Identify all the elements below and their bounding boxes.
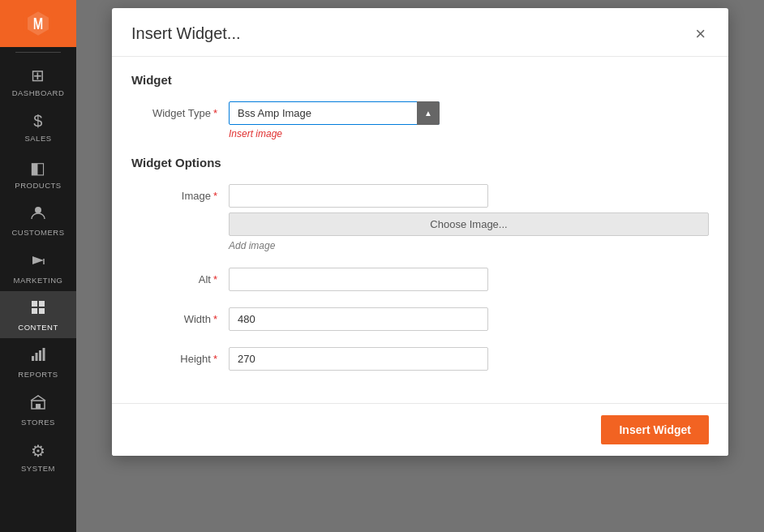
- svg-rect-4: [39, 301, 45, 307]
- widget-options-heading: Widget Options: [131, 156, 709, 169]
- widget-type-select[interactable]: Bss Amp Image: [229, 101, 440, 125]
- sidebar-item-dashboard[interactable]: ⊞ DASHBOARD: [0, 58, 76, 104]
- alt-input[interactable]: [229, 268, 488, 291]
- svg-rect-3: [32, 301, 37, 307]
- sidebar-item-reports[interactable]: REPORTS: [0, 338, 76, 385]
- widget-type-label: Widget Type*: [131, 101, 229, 119]
- sidebar-item-sales[interactable]: $ SALES: [0, 104, 76, 149]
- sidebar-item-label-marketing: MARKETING: [14, 276, 63, 285]
- svg-rect-9: [39, 350, 41, 361]
- widget-type-hint: Insert image: [229, 128, 709, 139]
- width-label: Width*: [131, 307, 229, 325]
- dashboard-icon: ⊞: [31, 66, 45, 85]
- widget-options-section: Widget Options Image* Choose Image... Ad…: [131, 156, 709, 371]
- height-field: [229, 347, 709, 371]
- sidebar-item-customers[interactable]: CUSTOMERS: [0, 196, 76, 243]
- image-field: Choose Image... Add image: [229, 184, 709, 251]
- sidebar-item-system[interactable]: ⚙ SYSTEM: [0, 433, 76, 479]
- sidebar-item-label-system: SYSTEM: [21, 464, 55, 473]
- svg-rect-6: [39, 308, 45, 314]
- insert-widget-button[interactable]: Insert Widget: [601, 415, 709, 444]
- modal-header: Insert Widget... ×: [112, 8, 728, 57]
- alt-required: *: [213, 273, 217, 285]
- widget-type-field: Bss Amp Image Insert image: [229, 101, 709, 139]
- modal-title: Insert Widget...: [131, 24, 241, 43]
- widget-type-required: *: [213, 107, 217, 119]
- sidebar-item-label-stores: STORES: [21, 418, 55, 427]
- svg-rect-7: [32, 356, 34, 361]
- alt-row: Alt*: [131, 268, 709, 291]
- width-field: [229, 307, 709, 331]
- width-input[interactable]: [229, 307, 488, 331]
- add-image-hint: Add image: [229, 240, 709, 251]
- modal-overlay: Insert Widget... × Widget Widget Type*: [76, 0, 764, 532]
- svg-rect-5: [32, 308, 37, 314]
- widget-section-heading: Widget: [131, 73, 709, 87]
- alt-field: [229, 268, 709, 291]
- widget-type-dropdown-arrow[interactable]: [417, 101, 440, 125]
- height-label: Height*: [131, 347, 229, 365]
- sidebar-logo: [0, 0, 76, 47]
- sidebar: ⊞ DASHBOARD $ SALES ◧ PRODUCTS CUSTOMERS…: [0, 0, 76, 532]
- marketing-icon: [30, 252, 46, 272]
- content-icon: [30, 299, 46, 320]
- sidebar-item-marketing[interactable]: MARKETING: [0, 244, 76, 291]
- svg-rect-8: [36, 353, 38, 361]
- products-icon: ◧: [30, 158, 46, 178]
- modal-close-button[interactable]: ×: [692, 25, 709, 43]
- insert-widget-modal: Insert Widget... × Widget Widget Type*: [112, 8, 728, 456]
- sidebar-item-content[interactable]: CONTENT: [0, 291, 76, 338]
- image-input[interactable]: [229, 184, 488, 208]
- width-required: *: [213, 313, 217, 325]
- image-row: Image* Choose Image... Add image: [131, 184, 709, 251]
- widget-type-row: Widget Type* Bss Amp Image Insert image: [131, 101, 709, 139]
- svg-rect-10: [43, 348, 45, 361]
- system-icon: ⚙: [31, 441, 46, 461]
- sidebar-item-label-dashboard: DASHBOARD: [12, 88, 65, 97]
- sidebar-item-label-sales: SALES: [24, 134, 51, 143]
- modal-body: Widget Widget Type* Bss Amp Image: [112, 57, 728, 403]
- height-required: *: [213, 353, 217, 365]
- sidebar-item-label-products: PRODUCTS: [15, 181, 61, 190]
- height-input[interactable]: [229, 347, 488, 371]
- reports-icon: [30, 346, 46, 367]
- main-area: Insert Widget... × Widget Widget Type*: [76, 0, 764, 532]
- widget-type-select-wrapper: Bss Amp Image: [229, 101, 440, 125]
- width-row: Width*: [131, 307, 709, 331]
- magento-logo-icon: [23, 8, 54, 39]
- sidebar-item-label-reports: REPORTS: [18, 370, 58, 379]
- image-label: Image*: [131, 184, 229, 202]
- svg-marker-1: [32, 256, 44, 264]
- sidebar-item-stores[interactable]: STORES: [0, 386, 76, 433]
- widget-section: Widget Widget Type* Bss Amp Image: [131, 73, 709, 139]
- image-required: *: [213, 190, 217, 202]
- svg-point-0: [35, 207, 41, 213]
- sidebar-item-label-content: CONTENT: [18, 323, 58, 332]
- svg-rect-12: [36, 404, 41, 409]
- customers-icon: [30, 204, 46, 225]
- sidebar-item-label-customers: CUSTOMERS: [11, 228, 64, 237]
- sales-icon: $: [33, 112, 43, 131]
- height-row: Height*: [131, 347, 709, 371]
- stores-icon: [30, 394, 46, 414]
- modal-footer: Insert Widget: [112, 403, 728, 456]
- alt-label: Alt*: [131, 268, 229, 285]
- sidebar-item-products[interactable]: ◧ PRODUCTS: [0, 150, 76, 196]
- choose-image-button[interactable]: Choose Image...: [229, 212, 709, 236]
- sidebar-divider-top: [15, 52, 61, 53]
